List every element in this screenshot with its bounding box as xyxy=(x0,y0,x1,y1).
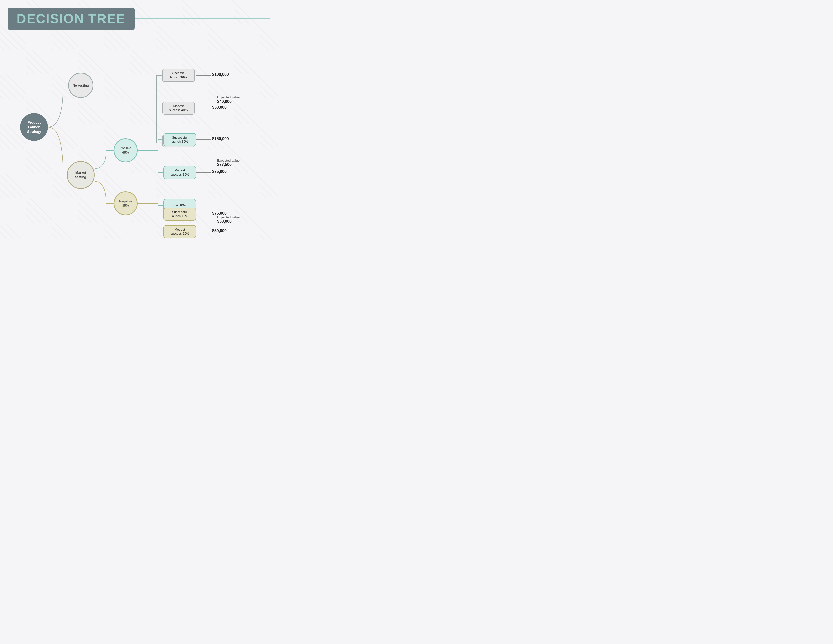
positive-expected: Expected value $77,500 xyxy=(217,159,240,167)
negative-vbar xyxy=(212,208,212,240)
root-label: Product Launch Strategy xyxy=(27,120,41,134)
tree-lines xyxy=(8,40,270,232)
positive-outcome-1: Successfullaunch 30% xyxy=(163,133,196,146)
no-testing-outcome-2: Modestsuccess 40% xyxy=(162,101,195,115)
root-node: Product Launch Strategy xyxy=(20,113,48,141)
header-line xyxy=(135,18,270,19)
header: DECISION TREE xyxy=(8,8,270,30)
negative-value-1: $75,000 xyxy=(212,211,227,216)
positive-vbar xyxy=(212,133,212,208)
no-testing-value-1: $100,000 xyxy=(212,72,229,77)
negative-node: Negative35% xyxy=(114,192,138,216)
positive-value-1: $150,000 xyxy=(212,137,229,141)
market-testing-label: Market testing xyxy=(76,171,86,179)
positive-value-2: $75,000 xyxy=(212,169,227,174)
negative-outcome-2: Modestsuccess 20% xyxy=(163,225,196,238)
positive-node: Positive65% xyxy=(114,138,138,163)
no-testing-expected: Expected value $40,000 xyxy=(217,95,240,104)
negative-label: Negative35% xyxy=(119,199,132,208)
negative-expected: Expected value $50,000 xyxy=(217,216,240,224)
negative-value-2: $50,000 xyxy=(212,229,227,233)
no-testing-label: No testing xyxy=(73,84,89,87)
page-container: DECISION TREE xyxy=(0,0,278,240)
no-testing-value-2: $50,000 xyxy=(212,105,227,109)
page-title: DECISION TREE xyxy=(17,11,125,26)
tree-container: Product Launch Strategy No testing Marke… xyxy=(8,40,270,232)
no-testing-node: No testing xyxy=(68,73,93,98)
positive-outcome-2: Modestsuccess 30% xyxy=(163,166,196,179)
market-testing-node: Market testing xyxy=(67,161,95,189)
no-testing-outcome-1: Successfullaunch 30% xyxy=(162,69,195,82)
positive-label: Positive65% xyxy=(120,146,132,155)
title-badge: DECISION TREE xyxy=(8,8,135,30)
negative-outcome-1: Successfullaunch 10% xyxy=(163,208,196,221)
